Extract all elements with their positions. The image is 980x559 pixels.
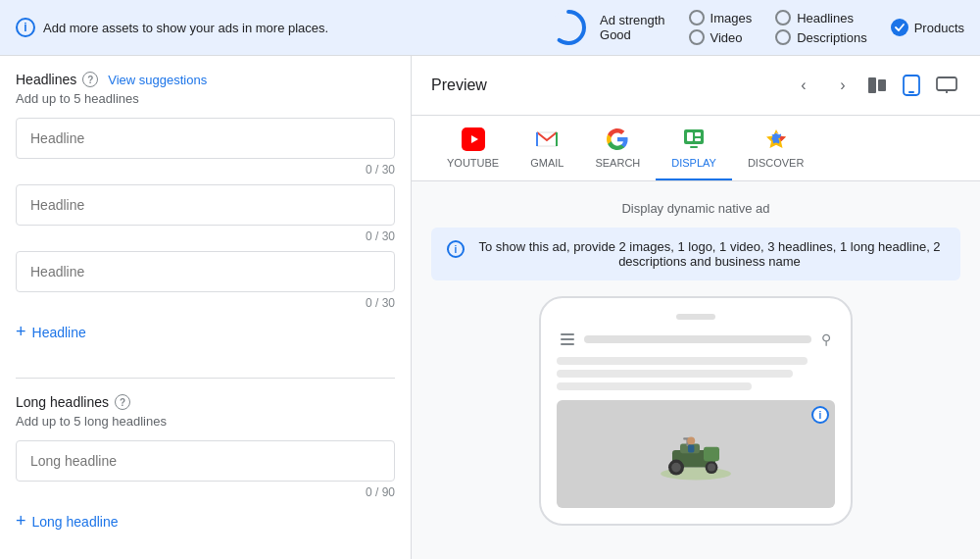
desktop-device-icon[interactable] bbox=[933, 72, 960, 99]
headline-charcount-2: 0 / 30 bbox=[16, 229, 395, 243]
add-headline-button[interactable]: + Headline bbox=[16, 318, 395, 346]
ad-card-image: i bbox=[557, 400, 835, 508]
tab-display-label: DISPLAY bbox=[671, 157, 716, 169]
tab-gmail-label: GMAIL bbox=[530, 157, 564, 169]
headline-charcount-3: 0 / 30 bbox=[16, 296, 395, 310]
radio-images-label: Images bbox=[710, 11, 753, 25]
long-headlines-header: Long headlines ? bbox=[16, 394, 395, 410]
content-line-2 bbox=[557, 370, 793, 378]
radio-item-descriptions[interactable]: Descriptions bbox=[775, 29, 867, 45]
long-headline-input-wrapper-1 bbox=[16, 440, 395, 482]
headline-input-3[interactable] bbox=[16, 251, 395, 292]
mobile-device-icon[interactable] bbox=[898, 72, 925, 99]
phone-speaker bbox=[676, 314, 715, 320]
device-icons bbox=[898, 72, 960, 99]
tab-discover-label: DISCOVER bbox=[748, 157, 804, 169]
display-icon bbox=[680, 126, 708, 153]
headline-input-2[interactable] bbox=[16, 184, 395, 226]
long-headline-input-1[interactable] bbox=[16, 440, 395, 482]
info-message: i Add more assets to show your ads in mo… bbox=[16, 18, 525, 37]
radio-descriptions-label: Descriptions bbox=[797, 30, 867, 45]
prev-arrow[interactable]: ‹ bbox=[790, 72, 817, 99]
add-long-headline-button[interactable]: + Long headline bbox=[16, 507, 395, 535]
ad-card: i bbox=[557, 400, 835, 508]
preview-header: Preview ‹ › bbox=[412, 56, 980, 116]
headline-input-1[interactable] bbox=[16, 118, 395, 159]
gmail-icon bbox=[533, 126, 561, 153]
svg-rect-27 bbox=[688, 444, 694, 452]
radio-headlines[interactable] bbox=[775, 10, 791, 25]
info-icon: i bbox=[16, 18, 35, 37]
search-icon: ⚲ bbox=[821, 331, 831, 347]
long-headlines-subtitle: Add up to 5 long headlines bbox=[16, 414, 395, 429]
headline-charcount-1: 0 / 30 bbox=[16, 163, 395, 177]
radio-video-label: Video bbox=[710, 30, 743, 45]
url-bar bbox=[584, 335, 811, 343]
tab-discover[interactable]: DISCOVER bbox=[732, 116, 819, 180]
tab-gmail[interactable]: GMAIL bbox=[514, 116, 579, 180]
next-arrow[interactable]: › bbox=[829, 72, 857, 99]
radio-item-headlines[interactable]: Headlines bbox=[775, 10, 867, 25]
add-long-headline-plus-icon: + bbox=[16, 511, 26, 532]
content-line-3 bbox=[557, 382, 752, 390]
preview-title: Preview bbox=[431, 76, 778, 94]
svg-rect-4 bbox=[937, 77, 956, 90]
radio-group-left: Images Video bbox=[689, 10, 753, 45]
checkmark-icon bbox=[891, 19, 908, 36]
youtube-icon bbox=[460, 126, 487, 153]
headlines-help-icon[interactable]: ? bbox=[82, 72, 98, 87]
radio-images[interactable] bbox=[689, 10, 705, 25]
section-divider bbox=[16, 378, 395, 379]
svg-point-26 bbox=[687, 436, 695, 444]
add-long-headline-label: Long headline bbox=[32, 514, 119, 530]
search-platform-icon bbox=[604, 126, 631, 153]
headlines-title: Headlines bbox=[16, 72, 76, 87]
grid-view-icon[interactable] bbox=[868, 77, 886, 93]
platform-tabs: YOUTUBE GMAIL bbox=[412, 116, 980, 181]
long-headlines-title: Long headlines bbox=[16, 394, 109, 410]
headline-input-wrapper-1 bbox=[16, 118, 395, 159]
tab-youtube[interactable]: YOUTUBE bbox=[431, 116, 514, 180]
ad-strength-icon bbox=[549, 8, 588, 47]
radio-item-video[interactable]: Video bbox=[689, 29, 753, 45]
radio-group-right: Headlines Descriptions bbox=[775, 10, 867, 45]
content-lines bbox=[557, 357, 835, 390]
headline-input-wrapper-3 bbox=[16, 251, 395, 292]
svg-rect-12 bbox=[695, 132, 701, 136]
lawn-mower-illustration bbox=[657, 427, 735, 482]
ad-strength-section: Ad strength Good bbox=[549, 8, 665, 47]
tab-display[interactable]: DISPLAY bbox=[656, 116, 732, 180]
tab-search-label: SEARCH bbox=[595, 157, 640, 169]
add-headline-plus-icon: + bbox=[16, 322, 26, 342]
headlines-header: Headlines ? View suggestions bbox=[16, 72, 395, 87]
tab-search[interactable]: SEARCH bbox=[579, 116, 656, 180]
radio-headlines-label: Headlines bbox=[797, 11, 854, 25]
ad-info-icon: i bbox=[811, 406, 829, 424]
svg-rect-23 bbox=[704, 447, 719, 461]
discover-icon bbox=[762, 126, 790, 153]
content-line-1 bbox=[557, 357, 808, 365]
info-banner-text: To show this ad, provide 2 images, 1 log… bbox=[474, 239, 945, 269]
right-panel: Preview ‹ › bbox=[412, 56, 980, 559]
ad-type-label: Display dynamic native ad bbox=[431, 201, 960, 216]
hamburger-icon bbox=[561, 333, 574, 345]
ad-strength-text: Ad strength Good bbox=[600, 13, 665, 42]
ad-strength-label: Ad strength bbox=[600, 13, 665, 27]
products-label: Products bbox=[914, 21, 964, 35]
svg-point-22 bbox=[708, 464, 715, 472]
radio-descriptions[interactable] bbox=[775, 29, 791, 45]
top-bar: i Add more assets to show your ads in mo… bbox=[0, 0, 980, 56]
long-headline-charcount-1: 0 / 90 bbox=[16, 485, 395, 499]
view-suggestions-link[interactable]: View suggestions bbox=[108, 73, 207, 87]
svg-rect-3 bbox=[908, 91, 914, 93]
ad-strength-value: Good bbox=[600, 27, 665, 42]
svg-point-20 bbox=[671, 463, 681, 473]
headline-input-wrapper-2 bbox=[16, 184, 395, 226]
svg-rect-11 bbox=[687, 132, 693, 141]
radio-video[interactable] bbox=[689, 29, 705, 45]
preview-content: Display dynamic native ad i To show this… bbox=[412, 181, 980, 545]
radio-item-images[interactable]: Images bbox=[689, 10, 753, 25]
long-headlines-help-icon[interactable]: ? bbox=[115, 394, 130, 410]
products-item[interactable]: Products bbox=[891, 19, 964, 36]
info-text: Add more assets to show your ads in more… bbox=[43, 21, 328, 35]
